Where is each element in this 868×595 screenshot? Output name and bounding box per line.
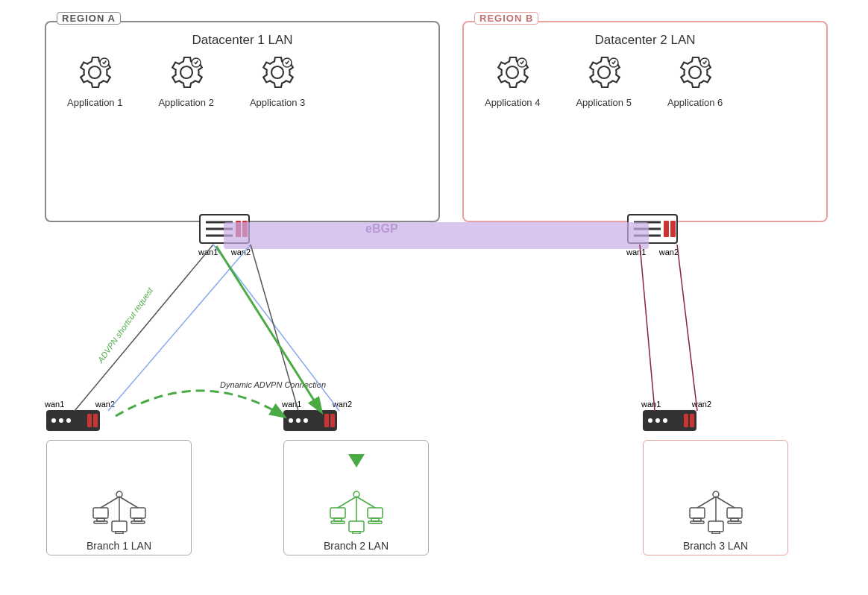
app3-gear-icon xyxy=(257,52,298,92)
svg-line-26 xyxy=(101,497,119,508)
svg-rect-24 xyxy=(112,521,127,532)
svg-rect-58 xyxy=(727,508,742,518)
svg-point-70 xyxy=(663,418,667,423)
hub-dc2-wan1-label: wan1 xyxy=(626,248,646,256)
region-a-label: REGION A xyxy=(57,12,121,25)
app5-label: Application 5 xyxy=(576,97,631,108)
svg-rect-71 xyxy=(684,414,688,427)
svg-point-33 xyxy=(66,418,71,423)
branch3-box xyxy=(643,440,788,555)
svg-marker-36 xyxy=(348,454,365,468)
svg-rect-11 xyxy=(242,221,248,237)
svg-line-79 xyxy=(677,245,697,411)
svg-line-45 xyxy=(338,497,356,508)
svg-point-29 xyxy=(116,491,122,497)
app2-item: Application 2 xyxy=(158,52,213,108)
app5-gear-icon xyxy=(584,52,624,92)
region-b-box: REGION B Datacenter 2 LAN xyxy=(462,21,828,222)
svg-point-68 xyxy=(648,418,652,423)
dc1-label: Datacenter 1 LAN xyxy=(192,33,292,48)
hub-router-dc2: wan1 wan2 xyxy=(626,213,679,256)
dc2-apps: Application 4 Application 5 Application … xyxy=(485,52,723,108)
svg-rect-40 xyxy=(368,508,383,518)
hub-dc1-wan1-label: wan1 xyxy=(198,248,218,256)
svg-rect-53 xyxy=(324,414,329,427)
branch1-wan1-label: wan1 xyxy=(45,400,64,409)
svg-rect-20 xyxy=(94,521,107,523)
svg-rect-18 xyxy=(93,508,108,518)
svg-rect-73 xyxy=(224,222,649,249)
branch3-label: Branch 3 LAN xyxy=(643,540,788,552)
svg-rect-17 xyxy=(670,221,676,237)
svg-rect-16 xyxy=(664,221,669,237)
branch2-box xyxy=(283,440,429,555)
ebgp-label: eBGP xyxy=(365,222,398,236)
svg-rect-43 xyxy=(349,521,364,532)
svg-point-52 xyxy=(304,418,308,423)
svg-rect-60 xyxy=(728,521,741,523)
branch2-network-icon xyxy=(327,485,386,534)
app2-gear-icon xyxy=(166,52,207,92)
branch3-wan2-label: wan2 xyxy=(692,400,711,409)
svg-point-69 xyxy=(655,418,660,423)
dc2-label: Datacenter 2 LAN xyxy=(594,33,695,48)
app1-label: Application 1 xyxy=(67,97,122,108)
branch1-wan2-label: wan2 xyxy=(95,400,115,409)
svg-rect-39 xyxy=(331,521,345,523)
app1-gear-icon xyxy=(75,52,115,92)
svg-rect-10 xyxy=(236,221,241,237)
app4-gear-icon xyxy=(492,52,532,92)
app1-item: Application 1 xyxy=(67,52,122,108)
branch3-router: wan1 wan2 xyxy=(643,410,710,435)
svg-rect-35 xyxy=(93,414,98,427)
app2-label: Application 2 xyxy=(158,97,213,108)
branch2-wan2-label: wan2 xyxy=(333,400,352,409)
svg-point-31 xyxy=(51,418,56,423)
app6-label: Application 6 xyxy=(667,97,723,108)
hub-dc2-wan2-label: wan2 xyxy=(659,248,679,256)
branch1-network-icon xyxy=(89,485,149,534)
svg-rect-72 xyxy=(690,414,694,427)
app3-label: Application 3 xyxy=(250,97,305,108)
svg-point-48 xyxy=(353,491,359,497)
app4-label: Application 4 xyxy=(485,97,540,108)
svg-rect-37 xyxy=(330,508,345,518)
region-a-box: REGION A Datacenter 1 LAN xyxy=(45,21,440,222)
svg-rect-34 xyxy=(87,414,92,427)
advpn-shortcut-label: ADVPN shortcut request xyxy=(96,286,155,364)
svg-rect-44 xyxy=(353,532,360,534)
svg-point-66 xyxy=(713,491,719,497)
svg-line-78 xyxy=(640,245,655,411)
dc1-apps: Application 1 Application 2 Application … xyxy=(67,52,305,108)
branch2-wan1-label: wan1 xyxy=(282,400,301,409)
app6-gear-icon xyxy=(675,52,715,92)
branch2-label: Branch 2 LAN xyxy=(283,540,429,552)
svg-line-27 xyxy=(119,497,138,508)
svg-rect-61 xyxy=(708,521,723,532)
branch1-box xyxy=(46,440,192,555)
app6-item: Application 6 xyxy=(667,52,723,108)
branch2-router: wan1 wan2 xyxy=(283,410,350,435)
svg-rect-55 xyxy=(690,508,705,518)
branch3-network-icon xyxy=(686,485,746,534)
branch1-router: wan1 wan2 xyxy=(46,410,113,435)
diagram-container: REGION A Datacenter 1 LAN REGION B Datac… xyxy=(0,0,868,595)
svg-rect-54 xyxy=(330,414,335,427)
hub-dc1-wan2-label: wan2 xyxy=(231,248,251,256)
svg-rect-57 xyxy=(691,521,704,523)
app3-item: Application 3 xyxy=(250,52,305,108)
svg-line-63 xyxy=(697,497,716,508)
svg-line-46 xyxy=(356,497,375,508)
app5-item: Application 5 xyxy=(576,52,631,108)
svg-rect-21 xyxy=(130,508,145,518)
branch2-arrow-icon xyxy=(345,447,368,469)
svg-rect-25 xyxy=(116,532,123,534)
region-b-label: REGION B xyxy=(474,12,538,25)
dynamic-advpn-label: Dynamic ADVPN Connection xyxy=(220,380,326,389)
svg-line-74 xyxy=(75,245,213,411)
svg-point-51 xyxy=(296,418,301,423)
app4-item: Application 4 xyxy=(485,52,540,108)
svg-line-64 xyxy=(716,497,735,508)
svg-rect-42 xyxy=(368,521,382,523)
svg-rect-62 xyxy=(712,532,720,534)
